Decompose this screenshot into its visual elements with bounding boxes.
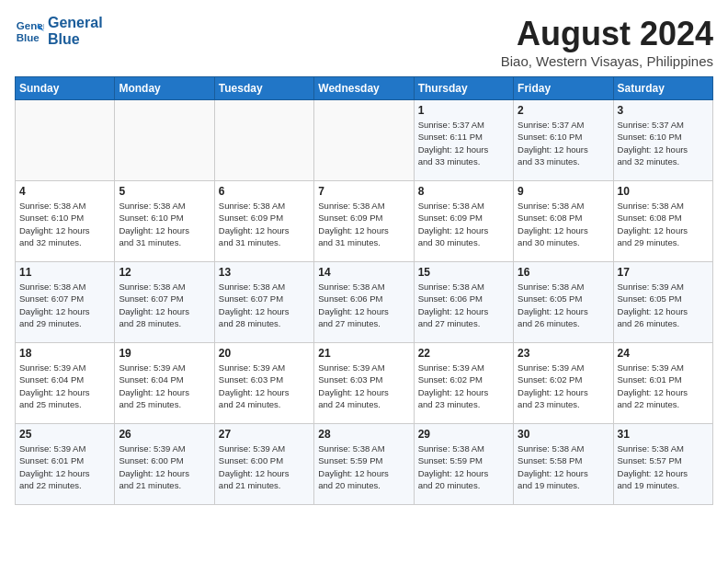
day-number: 22 [418, 347, 509, 360]
calendar-cell: 18Sunrise: 5:39 AM Sunset: 6:04 PM Dayli… [16, 343, 115, 424]
location-subtitle: Biao, Western Visayas, Philippines [501, 53, 713, 69]
day-number: 29 [418, 428, 509, 441]
calendar-cell [16, 100, 115, 181]
day-number: 28 [318, 428, 409, 441]
calendar-cell: 24Sunrise: 5:39 AM Sunset: 6:01 PM Dayli… [613, 343, 712, 424]
day-info: Sunrise: 5:38 AM Sunset: 6:07 PM Dayligh… [119, 281, 210, 329]
day-info: Sunrise: 5:39 AM Sunset: 6:05 PM Dayligh… [618, 281, 709, 329]
day-number: 27 [219, 428, 310, 441]
svg-text:Blue: Blue [17, 32, 40, 43]
day-info: Sunrise: 5:38 AM Sunset: 6:07 PM Dayligh… [19, 281, 110, 329]
day-info: Sunrise: 5:39 AM Sunset: 6:04 PM Dayligh… [19, 362, 110, 410]
day-number: 9 [518, 185, 609, 198]
day-info: Sunrise: 5:39 AM Sunset: 6:02 PM Dayligh… [518, 362, 609, 410]
day-number: 8 [418, 185, 509, 198]
calendar-week-2: 4Sunrise: 5:38 AM Sunset: 6:10 PM Daylig… [16, 181, 713, 262]
calendar-cell: 27Sunrise: 5:39 AM Sunset: 6:00 PM Dayli… [214, 424, 313, 505]
calendar-cell: 20Sunrise: 5:39 AM Sunset: 6:03 PM Dayli… [214, 343, 313, 424]
logo-text: GeneralBlue [48, 15, 103, 49]
calendar-cell: 26Sunrise: 5:39 AM Sunset: 6:00 PM Dayli… [115, 424, 214, 505]
calendar-week-4: 18Sunrise: 5:39 AM Sunset: 6:04 PM Dayli… [16, 343, 713, 424]
day-info: Sunrise: 5:39 AM Sunset: 6:01 PM Dayligh… [19, 442, 110, 491]
weekday-header-wednesday: Wednesday [314, 77, 414, 100]
calendar-cell: 23Sunrise: 5:39 AM Sunset: 6:02 PM Dayli… [514, 343, 613, 424]
calendar-cell: 4Sunrise: 5:38 AM Sunset: 6:10 PM Daylig… [16, 181, 115, 262]
day-info: Sunrise: 5:38 AM Sunset: 6:08 PM Dayligh… [618, 200, 709, 248]
month-title: August 2024 [501, 15, 713, 53]
weekday-header-tuesday: Tuesday [214, 77, 313, 100]
calendar-cell: 10Sunrise: 5:38 AM Sunset: 6:08 PM Dayli… [613, 181, 712, 262]
calendar-cell: 9Sunrise: 5:38 AM Sunset: 6:08 PM Daylig… [514, 181, 613, 262]
day-number: 6 [219, 185, 310, 198]
calendar-cell: 28Sunrise: 5:38 AM Sunset: 5:59 PM Dayli… [314, 424, 414, 505]
calendar-cell: 5Sunrise: 5:38 AM Sunset: 6:10 PM Daylig… [115, 181, 214, 262]
page-header: General Blue GeneralBlue August 2024 Bia… [15, 15, 713, 69]
day-number: 12 [119, 266, 210, 279]
day-info: Sunrise: 5:38 AM Sunset: 6:10 PM Dayligh… [119, 200, 210, 248]
day-number: 3 [618, 104, 709, 117]
calendar-cell: 13Sunrise: 5:38 AM Sunset: 6:07 PM Dayli… [214, 262, 313, 343]
day-number: 1 [418, 104, 509, 117]
day-info: Sunrise: 5:39 AM Sunset: 6:00 PM Dayligh… [219, 442, 310, 491]
day-number: 30 [518, 428, 609, 441]
day-number: 2 [518, 104, 609, 117]
day-number: 7 [318, 185, 409, 198]
calendar-cell [115, 100, 214, 181]
day-number: 24 [618, 347, 709, 360]
day-info: Sunrise: 5:39 AM Sunset: 6:01 PM Dayligh… [618, 362, 709, 410]
day-info: Sunrise: 5:37 AM Sunset: 6:11 PM Dayligh… [418, 119, 509, 167]
weekday-header-row: SundayMondayTuesdayWednesdayThursdayFrid… [16, 77, 713, 100]
day-info: Sunrise: 5:38 AM Sunset: 6:06 PM Dayligh… [418, 281, 509, 329]
day-number: 14 [318, 266, 409, 279]
day-info: Sunrise: 5:38 AM Sunset: 5:57 PM Dayligh… [618, 442, 709, 491]
calendar-cell: 3Sunrise: 5:37 AM Sunset: 6:10 PM Daylig… [613, 100, 712, 181]
title-block: August 2024 Biao, Western Visayas, Phili… [501, 15, 713, 69]
weekday-header-monday: Monday [115, 77, 214, 100]
calendar-cell: 6Sunrise: 5:38 AM Sunset: 6:09 PM Daylig… [214, 181, 313, 262]
day-number: 4 [19, 185, 110, 198]
day-number: 19 [119, 347, 210, 360]
calendar-cell: 19Sunrise: 5:39 AM Sunset: 6:04 PM Dayli… [115, 343, 214, 424]
day-info: Sunrise: 5:37 AM Sunset: 6:10 PM Dayligh… [518, 119, 609, 167]
day-info: Sunrise: 5:38 AM Sunset: 6:09 PM Dayligh… [318, 200, 409, 248]
day-number: 23 [518, 347, 609, 360]
day-number: 15 [418, 266, 509, 279]
calendar-cell: 1Sunrise: 5:37 AM Sunset: 6:11 PM Daylig… [414, 100, 513, 181]
calendar-cell: 30Sunrise: 5:38 AM Sunset: 5:58 PM Dayli… [514, 424, 613, 505]
calendar-cell: 22Sunrise: 5:39 AM Sunset: 6:02 PM Dayli… [414, 343, 513, 424]
day-info: Sunrise: 5:39 AM Sunset: 6:03 PM Dayligh… [219, 362, 310, 410]
day-number: 13 [219, 266, 310, 279]
day-number: 31 [618, 428, 709, 441]
day-info: Sunrise: 5:38 AM Sunset: 5:59 PM Dayligh… [418, 442, 509, 491]
day-info: Sunrise: 5:39 AM Sunset: 6:03 PM Dayligh… [318, 362, 409, 410]
day-info: Sunrise: 5:39 AM Sunset: 6:00 PM Dayligh… [119, 442, 210, 491]
day-info: Sunrise: 5:38 AM Sunset: 6:07 PM Dayligh… [219, 281, 310, 329]
day-number: 17 [618, 266, 709, 279]
day-number: 11 [19, 266, 110, 279]
calendar-week-1: 1Sunrise: 5:37 AM Sunset: 6:11 PM Daylig… [16, 100, 713, 181]
day-number: 16 [518, 266, 609, 279]
calendar-cell: 8Sunrise: 5:38 AM Sunset: 6:09 PM Daylig… [414, 181, 513, 262]
day-number: 10 [618, 185, 709, 198]
weekday-header-saturday: Saturday [613, 77, 712, 100]
day-number: 20 [219, 347, 310, 360]
calendar-cell: 11Sunrise: 5:38 AM Sunset: 6:07 PM Dayli… [16, 262, 115, 343]
day-number: 26 [119, 428, 210, 441]
day-info: Sunrise: 5:37 AM Sunset: 6:10 PM Dayligh… [618, 119, 709, 167]
calendar-week-3: 11Sunrise: 5:38 AM Sunset: 6:07 PM Dayli… [16, 262, 713, 343]
calendar-cell [314, 100, 414, 181]
calendar-week-5: 25Sunrise: 5:39 AM Sunset: 6:01 PM Dayli… [16, 424, 713, 505]
calendar-cell: 25Sunrise: 5:39 AM Sunset: 6:01 PM Dayli… [16, 424, 115, 505]
day-number: 18 [19, 347, 110, 360]
svg-text:General: General [17, 21, 44, 32]
day-info: Sunrise: 5:39 AM Sunset: 6:04 PM Dayligh… [119, 362, 210, 410]
day-number: 21 [318, 347, 409, 360]
calendar-cell: 17Sunrise: 5:39 AM Sunset: 6:05 PM Dayli… [613, 262, 712, 343]
day-info: Sunrise: 5:38 AM Sunset: 6:09 PM Dayligh… [418, 200, 509, 248]
day-info: Sunrise: 5:38 AM Sunset: 6:05 PM Dayligh… [518, 281, 609, 329]
day-info: Sunrise: 5:38 AM Sunset: 5:59 PM Dayligh… [318, 442, 409, 491]
day-info: Sunrise: 5:39 AM Sunset: 6:02 PM Dayligh… [418, 362, 509, 410]
day-info: Sunrise: 5:38 AM Sunset: 6:06 PM Dayligh… [318, 281, 409, 329]
logo: General Blue GeneralBlue [15, 15, 103, 49]
logo-icon: General Blue [15, 17, 44, 46]
